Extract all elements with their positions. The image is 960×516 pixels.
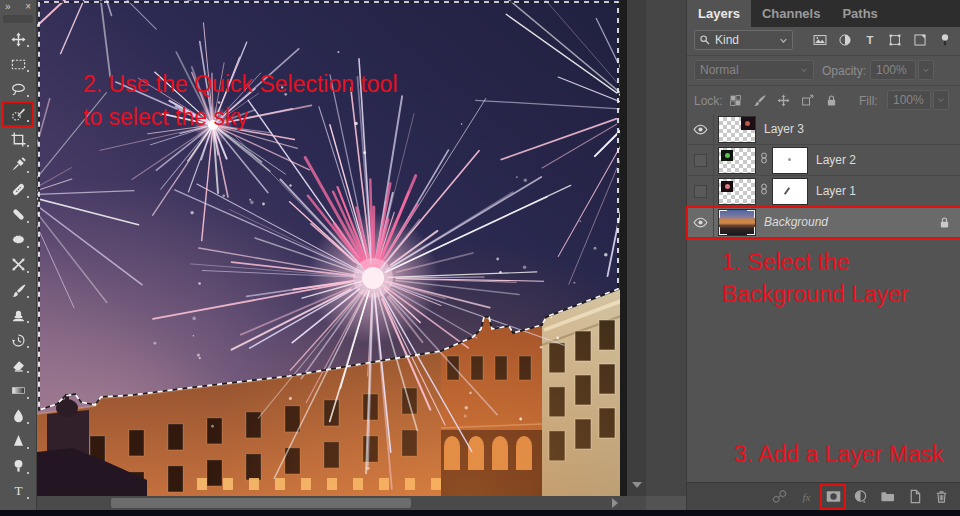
canvas-edge bbox=[620, 0, 627, 496]
toolbar-close-icon[interactable]: × bbox=[25, 2, 31, 12]
filter-type-button[interactable]: T bbox=[859, 30, 880, 50]
lock-artboard-button[interactable] bbox=[799, 90, 815, 110]
layer-thumbnail[interactable] bbox=[718, 147, 756, 174]
blur-icon bbox=[11, 408, 26, 423]
tool-eyedropper[interactable] bbox=[4, 154, 32, 176]
visibility-toggle[interactable] bbox=[687, 207, 714, 237]
tool-clone-stamp[interactable] bbox=[4, 304, 32, 326]
content-aware-move-icon bbox=[11, 257, 26, 272]
mask-thumbnail[interactable] bbox=[772, 147, 808, 174]
filter-shape-button[interactable] bbox=[884, 30, 905, 50]
vertical-scrollbar[interactable] bbox=[627, 0, 646, 496]
layer-style-button[interactable]: fx bbox=[796, 487, 816, 507]
layer-name[interactable]: Layer 1 bbox=[816, 184, 856, 198]
crop-icon bbox=[11, 132, 26, 147]
tool-crop[interactable] bbox=[4, 128, 32, 150]
tab-layers[interactable]: Layers bbox=[687, 0, 751, 27]
add-layer-mask-button[interactable] bbox=[823, 487, 843, 507]
tool-blur[interactable] bbox=[4, 405, 32, 427]
tool-brush[interactable] bbox=[4, 279, 32, 301]
adjustment-layer-button[interactable] bbox=[850, 487, 870, 507]
layer-name[interactable]: Background bbox=[764, 215, 828, 229]
tab-channels[interactable]: Channels bbox=[751, 0, 832, 27]
tool-history-brush[interactable] bbox=[4, 329, 32, 351]
fireworks-photo bbox=[37, 0, 620, 496]
visibility-toggle[interactable] bbox=[687, 176, 714, 206]
eraser-icon bbox=[11, 358, 26, 373]
fill-label: Fill: bbox=[859, 94, 878, 108]
layer-thumbnail[interactable] bbox=[718, 209, 756, 236]
tool-sharpen[interactable] bbox=[4, 430, 32, 452]
tool-healing-brush[interactable] bbox=[4, 204, 32, 226]
lock-transparent-button[interactable] bbox=[727, 90, 743, 110]
opacity-input: 100% bbox=[870, 60, 916, 80]
toolbar-drag-handle[interactable] bbox=[3, 15, 33, 23]
layer-style-icon: fx bbox=[799, 489, 814, 504]
blend-row: Normal Opacity: 100% bbox=[687, 56, 960, 86]
tool-dodge[interactable] bbox=[4, 455, 32, 477]
lock-transparent-icon bbox=[729, 94, 742, 107]
tool-move[interactable] bbox=[4, 28, 32, 50]
delete-layer-button[interactable] bbox=[931, 487, 951, 507]
document-canvas[interactable]: 2. Use the Quick Selection tool to selec… bbox=[37, 0, 620, 496]
horizontal-scrollbar-thumb[interactable] bbox=[111, 498, 411, 508]
tool-gradient[interactable] bbox=[4, 380, 32, 402]
layer-thumbnail[interactable] bbox=[718, 116, 756, 143]
move-icon bbox=[11, 32, 26, 47]
tool-eraser[interactable] bbox=[4, 354, 32, 376]
layer-row-layer-3[interactable]: Layer 3 bbox=[687, 114, 960, 145]
delete-layer-icon bbox=[934, 489, 949, 504]
filter-kind-select[interactable]: Kind bbox=[694, 30, 793, 50]
tool-quick-selection[interactable] bbox=[4, 103, 32, 125]
horizontal-scrollbar[interactable] bbox=[37, 496, 646, 510]
tool-lasso[interactable] bbox=[4, 78, 32, 100]
layer-thumbnail[interactable] bbox=[718, 178, 756, 205]
lock-icon bbox=[938, 216, 951, 229]
layer-row-layer-1[interactable]: Layer 1 bbox=[687, 176, 960, 207]
filter-image-button[interactable] bbox=[809, 30, 830, 50]
filter-adjustment-button[interactable] bbox=[834, 30, 855, 50]
tool-patch[interactable] bbox=[4, 229, 32, 251]
chevron-down-icon bbox=[800, 66, 808, 74]
lock-all-button[interactable] bbox=[823, 90, 839, 110]
layer-name[interactable]: Layer 2 bbox=[816, 153, 856, 167]
svg-text:T: T bbox=[866, 34, 873, 46]
tool-rectangular-marquee[interactable] bbox=[4, 53, 32, 75]
new-layer-button[interactable] bbox=[904, 487, 924, 507]
visibility-toggle[interactable] bbox=[687, 145, 714, 175]
lock-position-button[interactable] bbox=[775, 90, 791, 110]
lock-position-icon bbox=[777, 94, 790, 107]
mask-thumbnail[interactable] bbox=[772, 178, 808, 205]
layer-row-layer-2[interactable]: Layer 2 bbox=[687, 145, 960, 176]
layer-name[interactable]: Layer 3 bbox=[764, 122, 804, 136]
scroll-right-icon[interactable] bbox=[612, 498, 618, 508]
quick-selection-icon bbox=[11, 107, 26, 122]
type-icon: T bbox=[11, 483, 26, 498]
panel-tabbar: Layers Channels Paths bbox=[687, 0, 960, 27]
lock-label: Lock: bbox=[694, 94, 723, 108]
visibility-toggle[interactable] bbox=[687, 114, 714, 144]
filter-smart-object-button[interactable] bbox=[909, 30, 930, 50]
add-layer-mask-icon bbox=[826, 489, 841, 504]
chevron-down-icon bbox=[779, 36, 788, 45]
layer-filter-row: Kind T bbox=[687, 27, 960, 56]
tool-content-aware-move[interactable] bbox=[4, 254, 32, 276]
tool-spot-healing-brush[interactable] bbox=[4, 179, 32, 201]
tool-type[interactable]: T bbox=[4, 480, 32, 502]
link-layers-icon bbox=[772, 489, 787, 504]
lock-paint-button[interactable] bbox=[751, 90, 767, 110]
hidden-visibility-box bbox=[694, 185, 707, 198]
scroll-down-icon[interactable] bbox=[632, 482, 642, 488]
gradient-icon bbox=[11, 383, 26, 398]
filter-shape-icon bbox=[888, 33, 902, 47]
layer-row-background[interactable]: Background bbox=[687, 207, 960, 238]
tab-paths[interactable]: Paths bbox=[831, 0, 888, 27]
spot-healing-brush-icon bbox=[11, 182, 26, 197]
link-layers-button[interactable] bbox=[769, 487, 789, 507]
toolbar-collapse-icon[interactable]: » bbox=[5, 2, 11, 12]
eye-icon bbox=[693, 215, 708, 230]
dodge-icon bbox=[11, 458, 26, 473]
filter-toggle-button[interactable] bbox=[934, 30, 955, 50]
fill-input: 100% bbox=[887, 90, 931, 110]
new-group-button[interactable] bbox=[877, 487, 897, 507]
